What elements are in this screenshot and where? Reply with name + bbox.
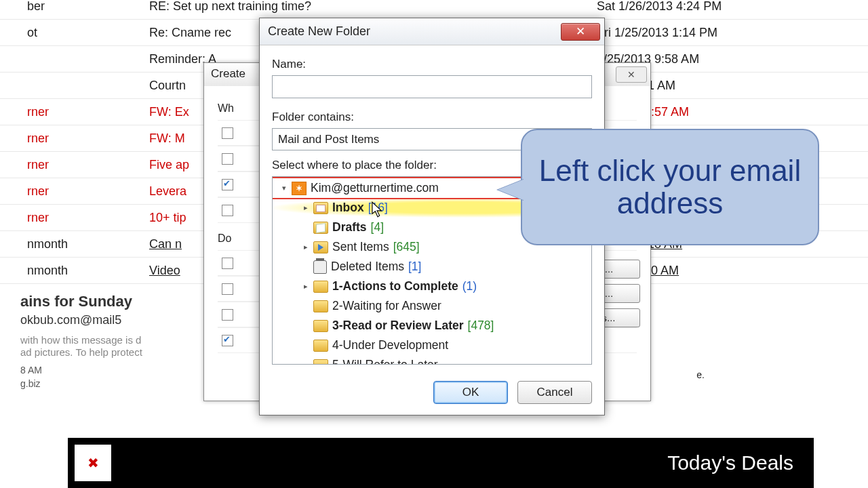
email-sender: rner xyxy=(0,158,149,172)
ad-text: Today's Deals xyxy=(667,451,793,474)
tree-item[interactable]: 4-Under Development xyxy=(273,336,591,355)
tree-label: 4-Under Development xyxy=(332,338,448,352)
email-sender: ot xyxy=(0,26,149,40)
email-row[interactable]: berRE: Set up next training time?Sat 1/2… xyxy=(0,0,868,20)
tree-item[interactable]: ▸1-Actions to Complete(1) xyxy=(273,277,591,296)
broken-image-icon: ✖ xyxy=(75,445,111,481)
dialog-title: Create New Folder xyxy=(268,24,370,39)
ad-banner: ✖ Today's Deals xyxy=(68,438,814,488)
name-label: Name: xyxy=(272,58,592,71)
tree-item[interactable]: Deleted Items[1] xyxy=(273,257,591,277)
email-sender: ber xyxy=(0,0,149,14)
tree-label: Deleted Items xyxy=(331,260,404,274)
tree-count: [645] xyxy=(393,240,420,254)
tree-count: [4] xyxy=(371,220,384,235)
close-icon[interactable]: ✕ xyxy=(616,66,647,83)
expand-icon[interactable]: ▸ xyxy=(301,282,311,291)
tree-item[interactable]: 5-Will Refer to Later xyxy=(273,355,591,365)
folder-icon xyxy=(313,340,328,352)
folder-contains-value: Mail and Post Items xyxy=(278,133,379,146)
tree-item[interactable]: 2-Waiting for Answer xyxy=(273,296,591,316)
folder-icon xyxy=(313,320,328,332)
tree-label: 1-Actions to Complete xyxy=(332,279,458,293)
tree-label: Sent Items xyxy=(332,240,389,254)
tree-label: Kim@getturnertime.com xyxy=(311,181,439,195)
expand-icon[interactable]: ▸ xyxy=(301,203,311,212)
ok-button[interactable]: OK xyxy=(433,381,508,404)
tree-count: (1) xyxy=(462,279,477,293)
email-sender: nmonth xyxy=(0,264,149,278)
trash-icon xyxy=(313,260,327,274)
inbox-icon xyxy=(313,202,328,214)
email-sender: nmonth xyxy=(0,237,149,251)
tree-label: 5-Will Refer to Later xyxy=(332,358,438,365)
tree-label: 2-Waiting for Answer xyxy=(332,299,441,313)
instruction-callout: Left click your email address xyxy=(521,129,819,245)
email-sender: rner xyxy=(0,184,149,199)
folder-name-input[interactable] xyxy=(272,75,592,98)
expand-icon[interactable]: ▸ xyxy=(301,243,311,251)
email-sender: rner xyxy=(0,211,149,225)
close-icon: ✕ xyxy=(576,24,585,39)
tree-label: Drafts xyxy=(332,220,367,235)
tree-count: [16] xyxy=(368,201,388,215)
email-date: Fri 1/25/2013 1:14 PM xyxy=(597,26,841,40)
tree-label: Inbox xyxy=(332,201,364,215)
back-finetext: e. xyxy=(696,369,705,380)
tree-item[interactable]: 3-Read or Review Later[478] xyxy=(273,316,591,336)
cancel-button[interactable]: Cancel xyxy=(517,381,592,404)
drafts-icon xyxy=(313,222,328,234)
folder-icon xyxy=(313,281,328,293)
account-icon: ✶ xyxy=(292,182,307,195)
expand-icon[interactable]: ▾ xyxy=(279,184,289,192)
email-sender: rner xyxy=(0,131,149,146)
folder-icon xyxy=(313,359,328,365)
sent-icon xyxy=(313,241,328,253)
email-sender: rner xyxy=(0,105,149,119)
folder-icon xyxy=(313,300,328,312)
email-date: Sat 1/26/2013 4:24 PM xyxy=(597,0,841,14)
tree-count: [478] xyxy=(468,319,494,333)
email-subject: RE: Set up next training time? xyxy=(149,0,597,14)
tree-count: [1] xyxy=(408,260,421,274)
close-button[interactable]: ✕ xyxy=(561,23,600,41)
contains-label: Folder contains: xyxy=(272,110,592,124)
tree-label: 3-Read or Review Later xyxy=(332,319,464,333)
